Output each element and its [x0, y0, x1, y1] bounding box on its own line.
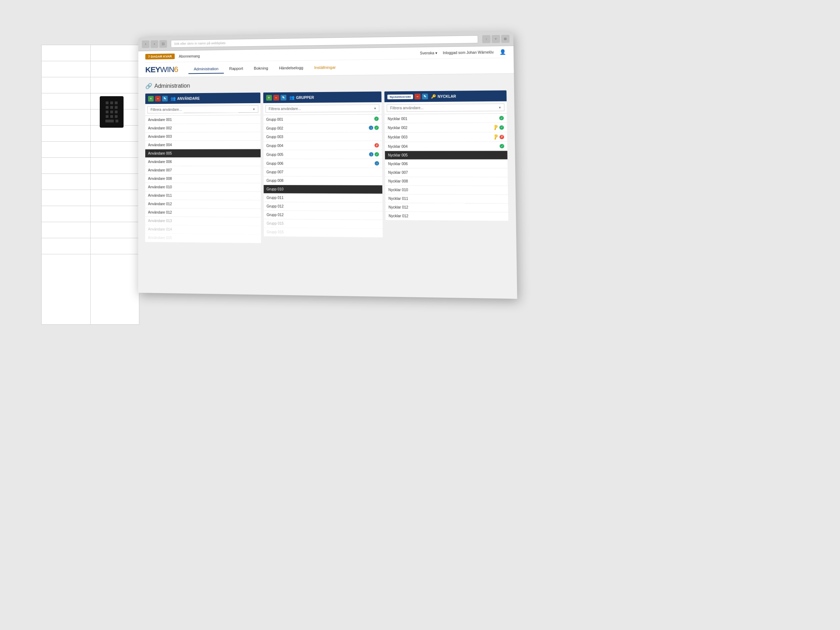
address-bar[interactable]: Sök eller skriv in namn på webbplats: [171, 35, 478, 47]
list-item[interactable]: Användare 013: [145, 217, 261, 226]
list-item[interactable]: Användare 003: [145, 132, 261, 141]
list-item[interactable]: Grupp 007: [264, 168, 382, 176]
list-item[interactable]: Användare 014: [145, 225, 261, 235]
list-item[interactable]: Användare 002: [145, 123, 261, 132]
item-icons: 🔑 ✗: [493, 134, 504, 139]
list-item[interactable]: Nycklar 004 ✓: [385, 142, 507, 151]
list-item[interactable]: Nycklar 007: [385, 168, 508, 177]
edit-group-button[interactable]: ✎: [280, 95, 286, 101]
grid-row: [42, 126, 139, 142]
list-item[interactable]: Användare 011: [145, 191, 261, 200]
keys-filter-select[interactable]: Filtrera användare...: [387, 104, 504, 112]
status-green-icon: ✓: [375, 152, 379, 156]
list-item[interactable]: Användare 001: [145, 115, 261, 124]
grid-row: [42, 61, 139, 77]
subscription-link[interactable]: Abonnemang: [179, 54, 200, 58]
list-item[interactable]: Grupp 004 ✗: [263, 141, 382, 150]
list-item[interactable]: Grupp 012: [264, 202, 382, 211]
keypad-key: [115, 120, 118, 123]
page-title: 🔗 Administration: [145, 79, 507, 89]
keypad-key: [110, 101, 113, 104]
list-item[interactable]: Användare 012: [145, 200, 261, 209]
keypad-device: [100, 96, 123, 128]
nav-handelselogg[interactable]: Händelselogg: [273, 63, 309, 73]
grid-cell: [42, 93, 91, 109]
remove-user-button[interactable]: −: [155, 96, 161, 101]
list-item[interactable]: Nycklar 012: [386, 212, 508, 221]
list-item[interactable]: Grupp 003: [263, 132, 382, 141]
add-user-button[interactable]: +: [148, 96, 154, 101]
back-button[interactable]: ‹: [142, 40, 150, 48]
list-item[interactable]: Grupp 006 i: [264, 159, 382, 168]
list-item[interactable]: Användare 010: [145, 183, 261, 192]
list-item[interactable]: Användare 015: [145, 234, 261, 243]
list-item[interactable]: Användare 006: [145, 158, 261, 166]
list-item[interactable]: Nycklar 012: [386, 203, 508, 212]
keypad-row: [105, 120, 118, 123]
list-item[interactable]: Nycklar 008: [385, 177, 508, 186]
status-green-icon: ✓: [374, 117, 379, 121]
keypad-key: [110, 115, 113, 118]
list-item-selected[interactable]: Nycklar 005: [385, 151, 507, 159]
list-item[interactable]: Grupp 005 i✓: [264, 150, 382, 159]
list-item[interactable]: Grupp 001 ✓: [263, 114, 382, 124]
list-item[interactable]: Nycklar 003 🔑 ✗: [385, 132, 507, 142]
logo-version: 6: [174, 65, 178, 74]
reload-button[interactable]: ⊡: [159, 40, 167, 47]
users-list: Användare 001 Användare 002 Användare 00…: [145, 115, 261, 243]
list-item[interactable]: Grupp 008: [264, 176, 382, 186]
trial-badge[interactable]: 7 DAGAR KVAR: [145, 54, 175, 60]
edit-user-button[interactable]: ✎: [162, 96, 167, 101]
item-icons: ✓: [499, 144, 504, 148]
remove-key-button[interactable]: −: [414, 94, 420, 100]
item-icons: ✓: [499, 116, 504, 120]
add-group-button[interactable]: +: [266, 95, 272, 101]
grid-cell: [91, 142, 139, 158]
list-item[interactable]: Grupp 002 i✓: [263, 123, 382, 133]
users-filter-select[interactable]: Filtrera användare...: [147, 105, 258, 113]
nav-administration[interactable]: Administration: [189, 65, 224, 74]
list-item[interactable]: Nycklar 001 ✓: [385, 114, 507, 123]
list-item[interactable]: Grupp 012: [264, 211, 382, 220]
status-red-icon: ✗: [499, 135, 504, 139]
grid-cell: [91, 190, 139, 206]
page-title-text: Administration: [154, 83, 190, 89]
list-item[interactable]: Användare 012: [145, 208, 261, 217]
list-item[interactable]: Nycklar 010: [385, 186, 508, 195]
list-item-selected[interactable]: Grupp 010: [264, 185, 382, 194]
nav-bokning[interactable]: Bokning: [248, 64, 274, 73]
address-text: Sök eller skriv in namn på webbplats: [174, 41, 226, 46]
keypad-key: [106, 106, 109, 109]
list-item[interactable]: Användare 004: [145, 141, 261, 150]
remove-group-button[interactable]: −: [273, 95, 279, 101]
nav-installningar[interactable]: Inställningar: [309, 63, 341, 72]
list-item-selected[interactable]: Användare 005: [145, 149, 261, 158]
language-selector[interactable]: Svenska ▾: [420, 51, 437, 55]
browser-action-share[interactable]: ↑: [482, 35, 491, 43]
list-item[interactable]: Nycklar 006: [385, 159, 507, 168]
list-item[interactable]: Användare 008: [145, 175, 261, 183]
app-header: 7 DAGAR KVAR Abonnemang Svenska ▾ Inlogg…: [138, 46, 514, 77]
list-item[interactable]: Grupp 015: [264, 219, 382, 229]
groups-list: Grupp 001 ✓ Grupp 002 i✓ Grupp 003 Grupp…: [263, 114, 383, 238]
users-icon: 👥: [171, 96, 176, 101]
forward-button[interactable]: ›: [150, 40, 158, 48]
list-item[interactable]: Grupp 015: [264, 228, 382, 238]
grid-cell: [42, 222, 91, 238]
edit-key-button[interactable]: ✎: [422, 94, 428, 100]
device-panel: [41, 45, 139, 324]
nav-rapport[interactable]: Rapport: [224, 64, 248, 74]
keys-header-left: Nyckelöversikt − ✎ 🔑 NYCKLAR: [387, 93, 456, 100]
list-item[interactable]: Användare 007: [145, 166, 261, 175]
list-item[interactable]: Nycklar 011: [385, 194, 508, 203]
list-item[interactable]: Grupp 011: [264, 194, 382, 203]
grid-cell: [91, 238, 139, 254]
browser-action-new-tab[interactable]: +: [492, 35, 500, 43]
user-info: Inloggad som Johan Wärnelöv: [443, 50, 494, 55]
groups-filter-select[interactable]: Filtrera användare...: [265, 104, 379, 113]
key-assigned-icon: 🔑: [492, 124, 499, 131]
view-toggle-button[interactable]: Nyckelöversikt: [387, 94, 413, 99]
keypad-key: [115, 101, 118, 104]
browser-action-sidebar[interactable]: ⊞: [501, 35, 510, 43]
list-item[interactable]: Nycklar 002 🔑 ✓: [385, 123, 507, 132]
